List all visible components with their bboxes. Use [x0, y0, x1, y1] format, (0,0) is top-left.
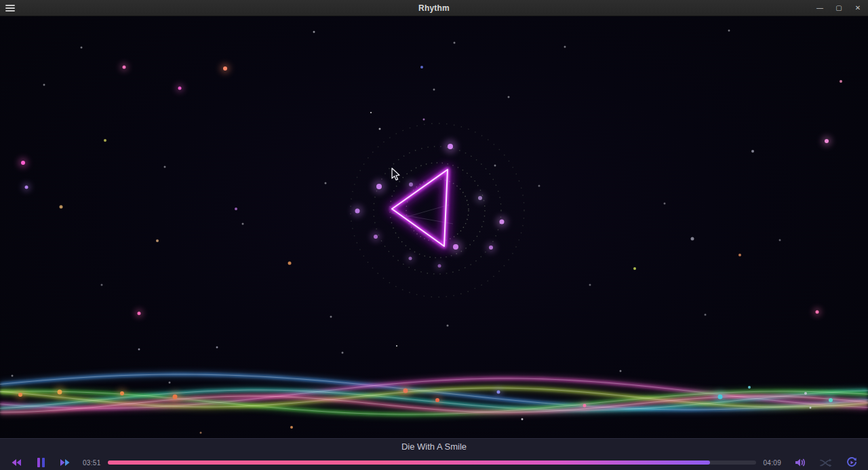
pause-button[interactable]	[34, 457, 47, 468]
music-visualizer	[0, 16, 868, 438]
fast-forward-button[interactable]	[58, 457, 72, 468]
seek-bar-fill	[108, 461, 710, 465]
repeat-button[interactable]	[845, 457, 859, 468]
player-controls-row: 03:51 04:09	[0, 454, 868, 470]
volume-icon	[795, 458, 806, 467]
window-title: Rhythm	[0, 3, 868, 13]
mouse-cursor	[392, 168, 399, 180]
right-controls: 04:09	[763, 457, 859, 468]
rewind-button[interactable]	[9, 457, 23, 468]
title-bar: Rhythm — ▢ ✕	[0, 0, 868, 16]
track-title: Die With A Smile	[401, 442, 467, 452]
track-info-row: Die With A Smile	[0, 439, 868, 454]
visualizer-canvas	[0, 16, 868, 438]
elapsed-time: 03:51	[83, 459, 101, 467]
seek-bar[interactable]	[108, 461, 757, 465]
repeat-icon	[846, 457, 857, 468]
close-icon[interactable]: ✕	[853, 0, 863, 16]
shuffle-icon	[820, 458, 832, 467]
total-duration: 04:09	[763, 459, 781, 467]
window-controls: — ▢ ✕	[815, 0, 863, 16]
player-panel: Die With A Smile 03:51 04:09	[0, 438, 868, 470]
shuffle-button[interactable]	[819, 457, 833, 468]
fast-forward-icon	[60, 458, 71, 467]
pause-icon	[37, 458, 45, 467]
rewind-icon	[11, 458, 22, 467]
minimize-icon[interactable]: —	[815, 0, 825, 16]
maximize-icon[interactable]: ▢	[834, 0, 844, 16]
volume-button[interactable]	[793, 457, 807, 468]
